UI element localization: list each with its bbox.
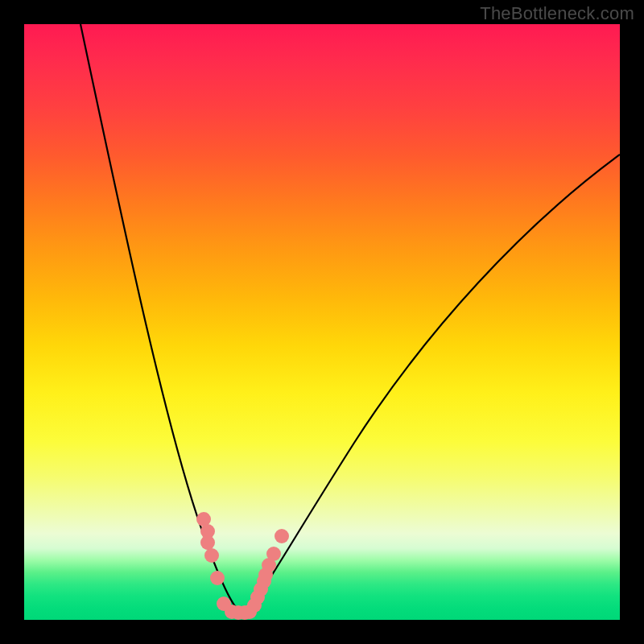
svg-point-3 (204, 548, 219, 563)
marker-group (196, 512, 289, 620)
svg-point-17 (275, 529, 289, 543)
watermark-text: TheBottleneck.com (480, 3, 634, 24)
chart-plot-area (24, 24, 620, 620)
svg-point-4 (210, 571, 225, 585)
svg-point-16 (266, 547, 281, 561)
right-curve (248, 155, 620, 612)
svg-point-2 (200, 535, 215, 550)
curve-layer (24, 24, 620, 620)
left-curve (80, 24, 240, 612)
